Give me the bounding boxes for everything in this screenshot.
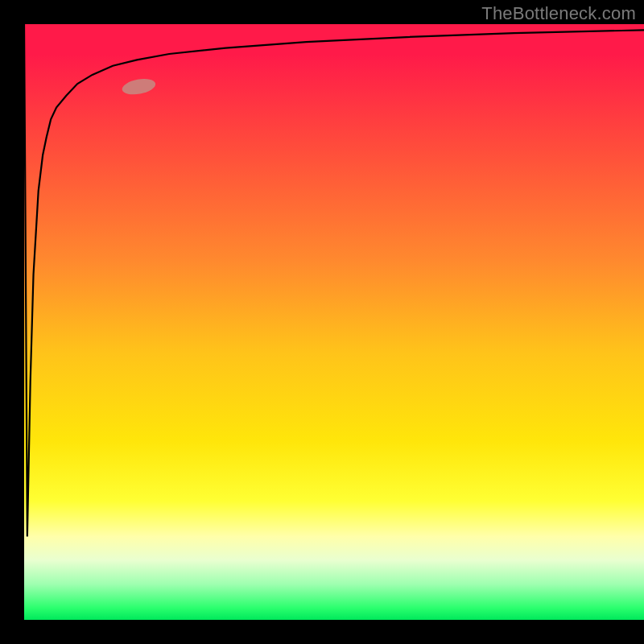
curve-marker (121, 76, 157, 97)
curve-layer (24, 24, 644, 620)
chart-frame: TheBottleneck.com (0, 0, 644, 644)
bottleneck-curve (24, 24, 644, 536)
plot-area (24, 24, 644, 620)
attribution-watermark: TheBottleneck.com (481, 3, 636, 24)
